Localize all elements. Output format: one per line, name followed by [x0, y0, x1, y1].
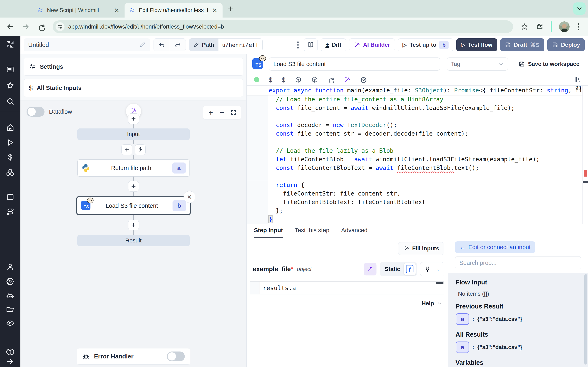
new-tab-button[interactable]: + — [228, 3, 233, 14]
zoom-in-button[interactable]: + — [205, 108, 216, 117]
save-to-workspace-button[interactable]: Save to workspace — [519, 61, 579, 67]
rail-workers-icon[interactable] — [6, 291, 15, 300]
overview-ruler[interactable] — [582, 86, 588, 224]
code-editor[interactable]: export async function main(example_file:… — [247, 86, 588, 224]
windmill-logo-icon[interactable] — [5, 39, 16, 50]
ai-builder-button[interactable]: AI Builder — [349, 38, 395, 51]
draft-button[interactable]: Draft ⌘S — [500, 38, 544, 51]
reload-script-icon[interactable] — [328, 76, 334, 83]
tab-advanced[interactable]: Advanced — [341, 227, 367, 238]
rail-folders-icon[interactable] — [6, 305, 15, 314]
result-a-badge[interactable]: a — [456, 313, 469, 325]
contextual-variables-icon[interactable]: $ — [282, 76, 285, 83]
static-js-toggle[interactable]: Static f — [380, 262, 417, 276]
rail-audit-eye-icon[interactable] — [6, 319, 15, 327]
reload-icon[interactable] — [37, 23, 47, 31]
test-flow-button[interactable]: ▷ Test flow — [456, 38, 497, 51]
rail-home-icon[interactable] — [6, 123, 15, 132]
rail-user-icon[interactable] — [6, 263, 15, 271]
code-body[interactable]: // Load the entire file_content as a Uin… — [247, 95, 582, 224]
library-icon[interactable] — [574, 76, 581, 83]
tab-test-this-step[interactable]: Test this step — [295, 227, 329, 238]
search-prop-input[interactable] — [455, 256, 581, 269]
add-step-button[interactable] — [121, 144, 132, 155]
rail-routes-icon[interactable] — [6, 208, 15, 216]
step-b-node-selected[interactable]: TS Load S3 file content b ✕ — [76, 196, 191, 215]
static-label: Static — [385, 266, 400, 272]
tab-close-icon[interactable]: ✕ — [211, 7, 218, 14]
rail-resources-icon[interactable] — [6, 168, 15, 176]
variables-icon[interactable]: $ — [269, 76, 272, 83]
tab-step-input[interactable]: Step Input — [254, 227, 283, 238]
bookmark-star-icon[interactable] — [520, 23, 528, 31]
error-handler-toggle[interactable] — [167, 351, 185, 361]
back-icon[interactable] — [6, 23, 16, 31]
rail-workspace-icon[interactable] — [6, 65, 15, 74]
rail-runs-icon[interactable] — [6, 138, 15, 147]
rail-settings-icon[interactable] — [6, 277, 15, 285]
editor-icon-bar: $ $ — [247, 74, 588, 86]
javascript-expression-button[interactable]: f — [404, 263, 416, 275]
result-a-badge[interactable]: a — [456, 342, 469, 353]
help-dropdown[interactable]: Help — [422, 300, 442, 307]
url-bar[interactable]: app.windmill.dev/flows/edit/u/henri/effo… — [53, 20, 513, 33]
dataflow-toggle[interactable] — [26, 107, 44, 117]
package-lock-icon[interactable] — [311, 76, 318, 83]
panel-scrollbar[interactable] — [584, 274, 587, 365]
rail-expand-icon[interactable] — [6, 357, 15, 366]
extensions-puzzle-icon[interactable] — [536, 23, 544, 31]
ai-fill-field-button[interactable] — [364, 263, 376, 275]
expression-value: results.a — [259, 282, 444, 294]
test-up-to-button[interactable]: ▷ Test up to b — [398, 38, 453, 51]
error-handler-card[interactable]: Error Handler — [77, 348, 190, 365]
flow-input-node[interactable]: Input — [77, 128, 190, 140]
rail-search-icon[interactable] — [6, 97, 15, 106]
edit-or-connect-back-button[interactable]: ← Edit or connect an input — [455, 242, 535, 253]
redo-button[interactable] — [170, 39, 186, 51]
package-icon[interactable] — [295, 76, 302, 83]
site-settings-icon[interactable] — [56, 22, 65, 31]
fill-inputs-button[interactable]: Fill inputs — [398, 242, 444, 255]
previous-result-value[interactable]: {"s3":"data.csv"} — [477, 316, 522, 322]
undo-button[interactable] — [154, 39, 170, 51]
avatar[interactable] — [559, 21, 570, 32]
flow-input-title: Flow Input — [456, 279, 588, 286]
remove-step-icon[interactable]: ✕ — [183, 191, 195, 203]
expression-editor[interactable]: results.a — [250, 281, 444, 294]
flow-settings-card[interactable]: Settings — [24, 58, 243, 76]
step-a-node[interactable]: Return file path a — [77, 159, 190, 176]
rail-variables-icon[interactable] — [6, 153, 15, 162]
zoom-out-button[interactable]: − — [216, 108, 228, 117]
docs-book-button[interactable] — [304, 38, 318, 51]
path-group[interactable]: Path u/henri/eff — [189, 38, 263, 51]
all-static-inputs-card[interactable]: $ All Static Inputs — [24, 79, 243, 97]
script-settings-gear-icon[interactable] — [360, 76, 367, 83]
add-step-button[interactable] — [128, 181, 139, 192]
flow-name-field[interactable]: Untitled — [24, 38, 150, 51]
tag-select[interactable]: Tag — [447, 58, 508, 71]
flow-result-node[interactable]: Result — [77, 235, 190, 246]
edit-pencil-icon[interactable] — [139, 42, 146, 48]
ai-wand-icon[interactable] — [344, 76, 351, 83]
add-trigger-button[interactable] — [135, 144, 146, 155]
expression-scrollbar[interactable] — [436, 282, 443, 284]
fullscreen-button[interactable] — [228, 109, 239, 116]
browser-tab-2[interactable]: Edit Flow u/henri/effortless_fl ✕ — [125, 3, 223, 17]
browser-menu-icon[interactable] — [577, 22, 580, 32]
forward-icon[interactable] — [22, 23, 31, 31]
rail-help-icon[interactable] — [6, 347, 15, 356]
add-step-button[interactable] — [128, 220, 139, 230]
rail-schedules-icon[interactable] — [6, 192, 15, 201]
step-title-input[interactable] — [269, 58, 440, 71]
all-results-value[interactable]: {"s3":"data.csv"} — [477, 344, 522, 350]
tab-search-chevron-button[interactable] — [573, 2, 586, 15]
rail-favorites-icon[interactable] — [6, 81, 15, 90]
deploy-button[interactable]: Deploy — [547, 38, 585, 51]
flow-graph[interactable]: Dataflow + − — [20, 101, 246, 367]
more-menu-icon[interactable] — [296, 40, 300, 50]
tab-close-icon[interactable]: ✕ — [113, 7, 120, 14]
diff-button[interactable]: ± Diff — [321, 38, 346, 51]
connect-input-button[interactable]: → — [420, 262, 444, 276]
browser-tab-1[interactable]: New Script | Windmill ✕ — [33, 3, 125, 17]
add-step-top-button[interactable] — [128, 113, 139, 124]
